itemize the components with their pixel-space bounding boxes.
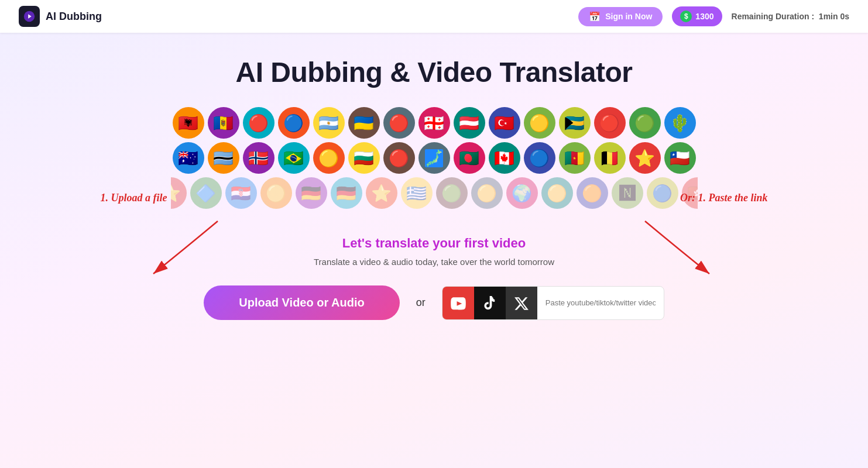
flag-circle: 🇧🇩 bbox=[454, 142, 485, 174]
flag-circle: 🔵 bbox=[524, 142, 555, 174]
flag-circle: 🇩🇪 bbox=[296, 177, 327, 209]
arrow-right-icon bbox=[598, 215, 750, 280]
flag-circle: 🇺🇦 bbox=[348, 107, 380, 139]
flag-circle: 🇨🇲 bbox=[559, 142, 591, 174]
tiktok-icon-button[interactable] bbox=[474, 287, 506, 320]
flags-row-3: ⭐🔷🇭🇷🟡🇩🇪🇩🇪⭐🇬🇷🟢🟡🌍🟡🟠🅽🔵🇭🇰 bbox=[171, 177, 698, 209]
upload-button[interactable]: Upload Video or Audio bbox=[204, 285, 399, 320]
flag-circle: ⭐ bbox=[629, 142, 661, 174]
flag-circle: 🇭🇷 bbox=[225, 177, 257, 209]
flag-circle: 🇩🇪 bbox=[331, 177, 362, 209]
logo-area: AI Dubbing bbox=[19, 6, 578, 27]
flag-circle: 🔷 bbox=[190, 177, 222, 209]
flag-circle: 🇦🇷 bbox=[313, 107, 345, 139]
flag-circle: 🌍 bbox=[506, 177, 538, 209]
annotation-left-area: 1. Upload a file bbox=[101, 192, 167, 204]
flag-circle: 🇬🇪 bbox=[418, 107, 450, 139]
remaining-value: 1min 0s bbox=[819, 12, 849, 21]
flag-circle: 🔴 bbox=[383, 107, 415, 139]
flag-circle: 🗾 bbox=[418, 142, 450, 174]
flag-circle: 🟡 bbox=[524, 107, 555, 139]
dollar-icon: $ bbox=[680, 11, 692, 22]
app-header: AI Dubbing 📅 Sign in Now $ 1300 Remainin… bbox=[0, 0, 868, 33]
page-title: AI Dubbing & Video Translator bbox=[235, 56, 632, 88]
calendar-icon: 📅 bbox=[589, 11, 601, 22]
annotation-left-text: 1. Upload a file bbox=[101, 192, 167, 204]
flag-circle: 🌵 bbox=[664, 107, 696, 139]
flag-circle: 🇲🇩 bbox=[208, 107, 239, 139]
flag-circle: 🇨🇱 bbox=[664, 142, 696, 174]
flag-circle: 🔴 bbox=[383, 142, 415, 174]
credits-amount: 1300 bbox=[695, 12, 713, 21]
flag-circle: 🇦🇺 bbox=[173, 142, 204, 174]
flag-circle: 🟡 bbox=[313, 142, 345, 174]
flag-circle: 🟡 bbox=[471, 177, 503, 209]
arrow-left-icon bbox=[112, 215, 265, 280]
link-input[interactable] bbox=[537, 298, 664, 307]
flag-circle: ⭐ bbox=[366, 177, 397, 209]
flag-circle: 🔵 bbox=[647, 177, 678, 209]
flag-circle: 🟢 bbox=[629, 107, 661, 139]
flag-circle: 🔴 bbox=[594, 107, 626, 139]
flag-circle: 🇧🇪 bbox=[594, 142, 626, 174]
flag-circle: 🟡 bbox=[541, 177, 573, 209]
credits-badge: $ 1300 bbox=[672, 6, 722, 26]
flag-circle: 🅽 bbox=[612, 177, 643, 209]
flag-circle: 🇧🇬 bbox=[348, 142, 380, 174]
flag-circle: 🇦🇱 bbox=[173, 107, 204, 139]
flag-circle: 🟠 bbox=[577, 177, 608, 209]
or-separator: or bbox=[416, 297, 426, 309]
sign-in-button[interactable]: 📅 Sign in Now bbox=[578, 7, 663, 26]
header-right: 📅 Sign in Now $ 1300 Remaining Duration … bbox=[578, 6, 849, 26]
flag-circle: 🇨🇦 bbox=[489, 142, 520, 174]
annotation-right-area: Or: 1. Paste the link bbox=[680, 192, 768, 204]
flag-circle: ⭐ bbox=[171, 177, 187, 209]
upload-row: Upload Video or Audio or bbox=[204, 285, 664, 320]
flag-circle: 🇧🇸 bbox=[559, 107, 591, 139]
app-title: AI Dubbing bbox=[46, 11, 102, 23]
flag-circle: 🟢 bbox=[436, 177, 468, 209]
flag-circle: 🇧🇼 bbox=[208, 142, 239, 174]
flags-container: 🇩🇿🇱🇹🎏🇦🇱🇲🇩🔴🔵🇦🇷🇺🇦🔴🇬🇪🇦🇹🇹🇷🟡🇧🇸🔴🟢🌵🟣🇲🇱🔵 🟡🌟🇦🇺🇧🇼🇳… bbox=[171, 107, 698, 212]
upload-section: Let's translate your first video Transla… bbox=[0, 236, 868, 320]
youtube-icon-button[interactable] bbox=[442, 287, 474, 320]
flag-circle: 🇬🇷 bbox=[401, 177, 433, 209]
translate-prompt: Let's translate your first video bbox=[342, 236, 526, 251]
social-icons-strip bbox=[442, 287, 537, 319]
app-logo-icon bbox=[19, 6, 40, 27]
twitter-icon-button[interactable] bbox=[506, 287, 537, 320]
translate-sub: Translate a video & audio today, take ov… bbox=[314, 257, 554, 267]
annotation-right-text: Or: 1. Paste the link bbox=[680, 192, 768, 204]
flag-circle: 🔵 bbox=[278, 107, 310, 139]
sign-in-label: Sign in Now bbox=[605, 12, 652, 21]
flag-circle: 🇹🇷 bbox=[489, 107, 520, 139]
flag-circle: 🟡 bbox=[260, 177, 292, 209]
flags-row-1: 🇩🇿🇱🇹🎏🇦🇱🇲🇩🔴🔵🇦🇷🇺🇦🔴🇬🇪🇦🇹🇹🇷🟡🇧🇸🔴🟢🌵🟣🇲🇱🔵 bbox=[171, 107, 698, 139]
flag-circle: 🔴 bbox=[243, 107, 275, 139]
flag-circle: 🇧🇷 bbox=[278, 142, 310, 174]
flags-row-2: 🟡🌟🇦🇺🇧🇼🇳🇴🇧🇷🟡🇧🇬🔴🗾🇧🇩🇨🇦🔵🇨🇲🇧🇪⭐🇨🇱🇨🇳🟡 bbox=[171, 142, 698, 174]
remaining-duration-text: Remaining Duration : 1min 0s bbox=[732, 12, 849, 21]
link-input-wrapper bbox=[442, 286, 664, 320]
main-content: AI Dubbing & Video Translator 🇩🇿🇱🇹🎏🇦🇱🇲🇩🔴… bbox=[0, 33, 868, 320]
flag-circle: 🇳🇴 bbox=[243, 142, 275, 174]
flag-circle: 🇦🇹 bbox=[454, 107, 485, 139]
